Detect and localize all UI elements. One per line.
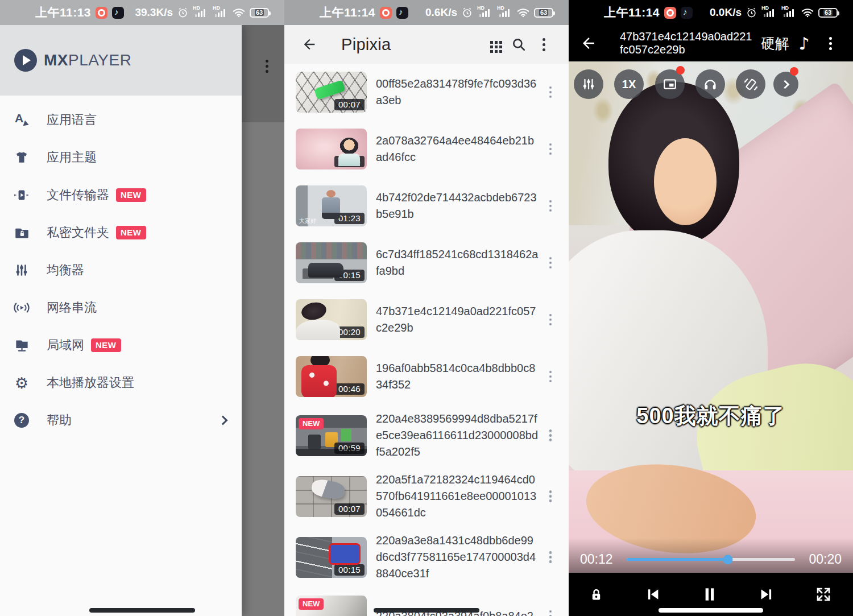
- elapsed-time: 00:12: [580, 552, 619, 567]
- search-icon[interactable]: [506, 32, 531, 57]
- video-filename: 220a5f1a72182324c119464cd0570fb641911661…: [376, 472, 539, 521]
- screen-record-icon: [664, 7, 676, 19]
- audio-track-icon[interactable]: [789, 34, 819, 53]
- previous-button[interactable]: [637, 578, 669, 610]
- wifi-icon: [233, 8, 245, 18]
- row-menu-icon[interactable]: [539, 262, 562, 264]
- network-speed: 39.3K/s: [135, 6, 173, 19]
- row-menu-icon[interactable]: [539, 375, 562, 378]
- home-indicator[interactable]: [89, 608, 195, 613]
- signal-icon-sim2: HD: [784, 9, 797, 17]
- new-badge: NEW: [91, 338, 121, 352]
- tshirt-icon: [14, 150, 30, 166]
- home-indicator[interactable]: [374, 608, 479, 613]
- video-thumbnail: 00:07: [296, 476, 367, 517]
- signal-icon-sim1: HD: [764, 9, 777, 17]
- lock-button[interactable]: [580, 578, 612, 610]
- more-options-icon[interactable]: [819, 42, 842, 45]
- drawer-item-network-stream[interactable]: 网络串流: [0, 289, 242, 326]
- drawer-item-equalizer[interactable]: 均衡器: [0, 251, 242, 289]
- video-row[interactable]: 大家好 01:23 4b742f02de714432acbdeb6723b5e9…: [284, 177, 569, 234]
- drawer-item-lan[interactable]: 局域网 NEW: [0, 326, 242, 364]
- screen-rotation-button[interactable]: [736, 69, 765, 99]
- notification-dot: [676, 66, 685, 75]
- dimmed-background: [242, 25, 284, 616]
- duration-badge: 01:23: [334, 213, 365, 224]
- decoder-mode-button[interactable]: 硬解: [761, 34, 789, 53]
- video-thumbnail: NEW: [296, 596, 367, 616]
- back-arrow-icon[interactable]: [580, 31, 603, 56]
- dimmed-app-bar: [242, 25, 284, 122]
- video-row[interactable]: 00:20 47b371e4c12149a0ad221fc057c2e29b: [284, 291, 569, 348]
- video-person-face: [654, 138, 717, 225]
- drawer-item-app-theme[interactable]: 应用主题: [0, 139, 242, 176]
- total-time: 00:20: [803, 552, 842, 567]
- row-menu-icon[interactable]: [539, 556, 562, 559]
- drawer-item-local-player-settings[interactable]: 本地播放器设置: [0, 364, 242, 402]
- drawer-item-app-language[interactable]: 应用语言: [0, 101, 242, 139]
- back-arrow-icon[interactable]: [297, 32, 322, 57]
- video-filename: 220a9a3e8a1431c48dbb6de99d6cd3f77581165e…: [376, 532, 539, 582]
- grid-view-icon[interactable]: [481, 32, 506, 57]
- file-transfer-icon: [14, 187, 30, 203]
- next-button[interactable]: [751, 578, 782, 610]
- video-thumbnail: 00:46: [296, 356, 367, 397]
- video-filename: 4b742f02de714432acbdeb6723b5e91b: [376, 189, 539, 222]
- drawer-item-help[interactable]: 帮助: [0, 402, 242, 439]
- video-filename: 220a4e8389569994d8dba5217fe5ce39ea611661…: [376, 411, 539, 460]
- duration-badge: 00:15: [334, 564, 365, 576]
- headphones-button[interactable]: [695, 69, 725, 99]
- more-options-icon: [266, 65, 268, 68]
- video-row[interactable]: 00:15 220a9a3e8a1431c48dbb6de99d6cd3f775…: [284, 527, 569, 588]
- screen-video-player: 上午11:14 0.0K/s HD HD 63 47b371e4c12149a0…: [569, 0, 853, 616]
- row-menu-icon[interactable]: [539, 205, 562, 208]
- equalizer-icon: [14, 262, 30, 278]
- drawer-item-file-transfer[interactable]: 文件传输器 NEW: [0, 176, 242, 214]
- duration-badge: 00:07: [334, 99, 365, 110]
- screen-video-list: 上午11:14 0.6K/s HD HD 63 Pipixia: [284, 0, 569, 616]
- video-row[interactable]: 00:15 6c7d34ff185241c68cd1318462afa9bd: [284, 234, 569, 291]
- video-row[interactable]: 00:07 00ff85e2a831478f9fe7fc093d36a3eb: [284, 64, 569, 121]
- playback-speed-button[interactable]: 1X: [614, 69, 644, 99]
- thumbnail-caption: 大家好: [299, 217, 316, 225]
- video-row[interactable]: 00:07 220a5f1a72182324c119464cd0570fb641…: [284, 466, 569, 527]
- seek-bar-row: 00:12 00:20: [569, 538, 853, 573]
- equalizer-button[interactable]: [574, 69, 603, 99]
- seek-slider[interactable]: [627, 558, 795, 561]
- duration-badge: 00:59: [334, 443, 365, 454]
- video-row[interactable]: 00:15 2a078a32764a4ee48464eb21bad46fcc: [284, 121, 569, 177]
- video-filename: 2a078a32764a4ee48464eb21bad46fcc: [376, 133, 539, 166]
- status-time: 上午11:13: [35, 5, 91, 20]
- drawer-item-private-folder[interactable]: 私密文件夹 NEW: [0, 214, 242, 251]
- fullscreen-button[interactable]: [808, 578, 839, 610]
- drawer-menu: 应用语言 应用主题 文件传输器 NEW: [0, 96, 242, 439]
- row-menu-icon[interactable]: [539, 91, 562, 94]
- video-filename: 6c7d34ff185241c68cd1318462afa9bd: [376, 246, 539, 279]
- signal-icon-sim1: HD: [479, 9, 492, 17]
- row-menu-icon[interactable]: [539, 434, 562, 437]
- row-menu-icon[interactable]: [539, 495, 562, 498]
- screen-record-icon: [380, 7, 392, 19]
- video-thumbnail: 大家好 01:23: [296, 185, 367, 226]
- more-options-icon[interactable]: [531, 32, 556, 57]
- signal-icon-sim1: HD: [195, 9, 208, 17]
- player-quick-buttons: 1X: [569, 69, 853, 101]
- seek-thumb[interactable]: [723, 555, 732, 564]
- signal-icon-sim2: HD: [215, 9, 228, 17]
- battery-icon: 63: [818, 8, 838, 18]
- row-menu-icon[interactable]: [539, 319, 562, 321]
- row-menu-icon[interactable]: [539, 148, 562, 151]
- video-frame[interactable]: [569, 61, 853, 573]
- pause-button[interactable]: [694, 578, 726, 610]
- home-indicator[interactable]: [659, 608, 763, 613]
- network-stream-icon: [14, 300, 30, 316]
- tiktok-icon: [112, 7, 124, 19]
- video-row[interactable]: NEW 00:59 220a4e8389569994d8dba5217fe5ce…: [284, 405, 569, 466]
- playing-video-title: 47b371e4c12149a0ad221fc057c2e29b: [620, 30, 754, 56]
- video-row[interactable]: 00:46 196af0abb5814c0ca4b8dbb0c834f352: [284, 348, 569, 405]
- player-header: 47b371e4c12149a0ad221fc057c2e29b 硬解: [569, 25, 853, 61]
- mx-player-logo-text: MXPLAYER: [44, 51, 131, 69]
- video-subtitle: 500我就不痛了: [569, 402, 853, 431]
- new-badge: NEW: [116, 226, 146, 239]
- new-badge: NEW: [116, 188, 146, 202]
